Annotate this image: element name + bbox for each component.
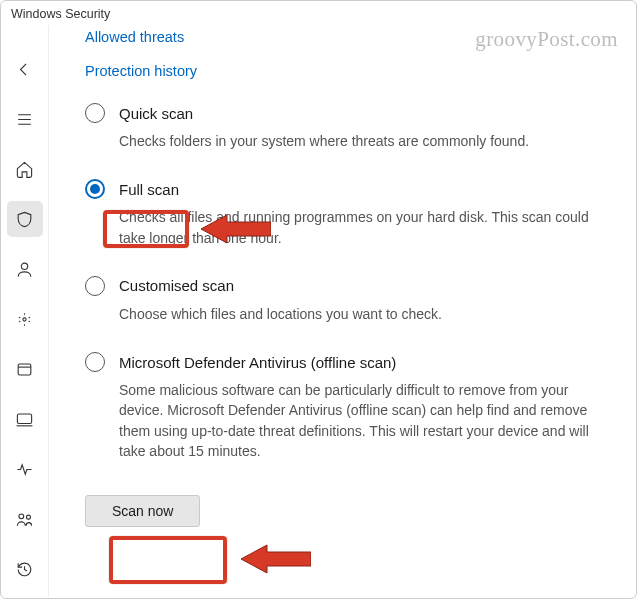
home-icon[interactable] bbox=[7, 151, 43, 187]
svg-point-1 bbox=[23, 317, 26, 320]
option-desc: Choose which files and locations you wan… bbox=[119, 304, 599, 324]
svg-point-0 bbox=[21, 263, 27, 269]
main-content: Allowed threats Protection history Quick… bbox=[49, 25, 636, 596]
option-offline-scan: Microsoft Defender Antivirus (offline sc… bbox=[85, 352, 612, 461]
option-label: Customised scan bbox=[119, 277, 234, 294]
device-performance-icon[interactable] bbox=[7, 451, 43, 487]
radio-offline-scan[interactable]: Microsoft Defender Antivirus (offline sc… bbox=[85, 352, 612, 372]
family-icon[interactable] bbox=[7, 501, 43, 537]
option-quick-scan: Quick scan Checks folders in your system… bbox=[85, 103, 612, 151]
scan-now-button[interactable]: Scan now bbox=[85, 495, 200, 527]
option-desc: Checks all files and running programmes … bbox=[119, 207, 599, 248]
svg-rect-2 bbox=[18, 363, 31, 374]
svg-point-4 bbox=[19, 513, 24, 518]
radio-icon bbox=[85, 276, 105, 296]
radio-quick-scan[interactable]: Quick scan bbox=[85, 103, 612, 123]
option-customised-scan: Customised scan Choose which files and l… bbox=[85, 276, 612, 324]
option-label: Quick scan bbox=[119, 105, 193, 122]
back-icon[interactable] bbox=[7, 51, 43, 87]
radio-full-scan[interactable]: Full scan bbox=[85, 179, 612, 199]
option-full-scan: Full scan Checks all files and running p… bbox=[85, 179, 612, 248]
radio-icon bbox=[85, 179, 105, 199]
device-security-icon[interactable] bbox=[7, 401, 43, 437]
window-title: Windows Security bbox=[1, 1, 636, 25]
radio-icon bbox=[85, 103, 105, 123]
option-desc: Checks folders in your system where thre… bbox=[119, 131, 599, 151]
svg-point-5 bbox=[26, 515, 30, 519]
firewall-icon[interactable] bbox=[7, 301, 43, 337]
app-browser-icon[interactable] bbox=[7, 351, 43, 387]
option-label: Microsoft Defender Antivirus (offline sc… bbox=[119, 354, 396, 371]
radio-customised-scan[interactable]: Customised scan bbox=[85, 276, 612, 296]
menu-icon[interactable] bbox=[7, 101, 43, 137]
option-desc: Some malicious software can be particula… bbox=[119, 380, 599, 461]
svg-rect-3 bbox=[17, 413, 31, 423]
account-icon[interactable] bbox=[7, 251, 43, 287]
option-label: Full scan bbox=[119, 181, 179, 198]
shield-icon[interactable] bbox=[7, 201, 43, 237]
radio-icon bbox=[85, 352, 105, 372]
link-protection-history[interactable]: Protection history bbox=[85, 63, 612, 79]
link-allowed-threats[interactable]: Allowed threats bbox=[85, 29, 612, 45]
sidebar bbox=[1, 25, 49, 596]
history-icon[interactable] bbox=[7, 551, 43, 587]
